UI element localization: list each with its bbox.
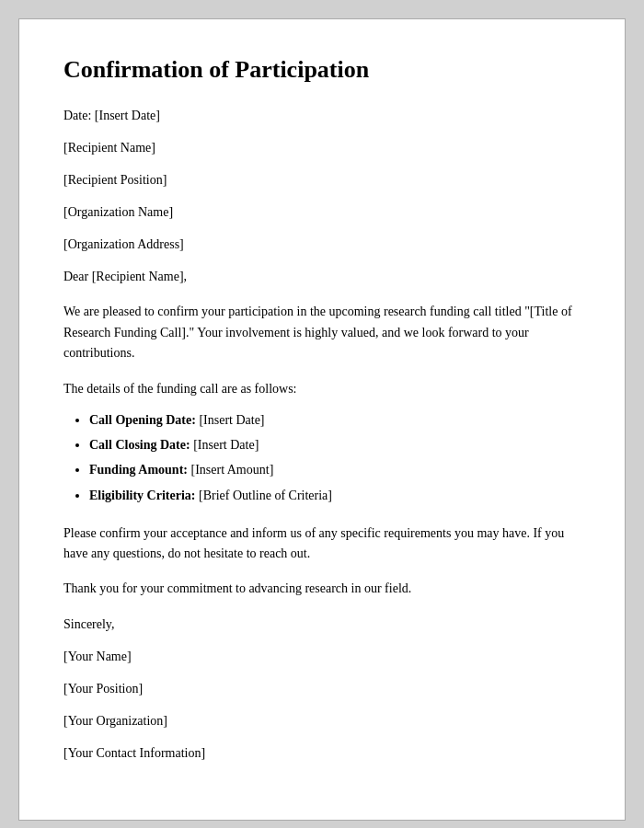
sender-organization: [Your Organization] bbox=[63, 711, 581, 730]
salutation: Dear [Recipient Name], bbox=[63, 267, 581, 287]
bullet-label-3: Funding Amount: bbox=[89, 463, 188, 477]
date-line: Date: [Insert Date] bbox=[63, 106, 581, 125]
bullet-value-3: [Insert Amount] bbox=[190, 463, 273, 477]
organization-address: [Organization Address] bbox=[63, 235, 581, 254]
body-paragraph-3: Thank you for your commitment to advanci… bbox=[63, 579, 581, 599]
bullet-value-2: [Insert Date] bbox=[193, 438, 259, 452]
bullet-list: Call Opening Date: [Insert Date] Call Cl… bbox=[89, 408, 581, 507]
bullet-value-1: [Insert Date] bbox=[199, 413, 264, 427]
list-item: Call Closing Date: [Insert Date] bbox=[89, 433, 581, 456]
closing: Sincerely, bbox=[63, 615, 581, 634]
document-title: Confirmation of Participation bbox=[63, 56, 581, 84]
sender-name: [Your Name] bbox=[63, 647, 581, 666]
organization-name: [Organization Name] bbox=[63, 202, 581, 222]
bullet-value-4: [Brief Outline of Criteria] bbox=[199, 489, 332, 502]
list-item: Call Opening Date: [Insert Date] bbox=[89, 408, 581, 431]
sender-contact: [Your Contact Information] bbox=[63, 743, 581, 763]
details-intro: The details of the funding call are as f… bbox=[63, 379, 581, 399]
document-container: Confirmation of Participation Date: [Ins… bbox=[18, 18, 626, 821]
recipient-position: [Recipient Position] bbox=[63, 170, 581, 190]
sender-position: [Your Position] bbox=[63, 679, 581, 698]
bullet-label-4: Eligibility Criteria: bbox=[89, 489, 195, 502]
body-paragraph-2: Please confirm your acceptance and infor… bbox=[63, 523, 581, 565]
bullet-label-2: Call Closing Date: bbox=[89, 438, 190, 452]
body-paragraph-1: We are pleased to confirm your participa… bbox=[63, 302, 581, 363]
list-item: Eligibility Criteria: [Brief Outline of … bbox=[89, 484, 581, 507]
recipient-name: [Recipient Name] bbox=[63, 138, 581, 157]
bullet-label-1: Call Opening Date: bbox=[89, 413, 196, 427]
list-item: Funding Amount: [Insert Amount] bbox=[89, 458, 581, 481]
